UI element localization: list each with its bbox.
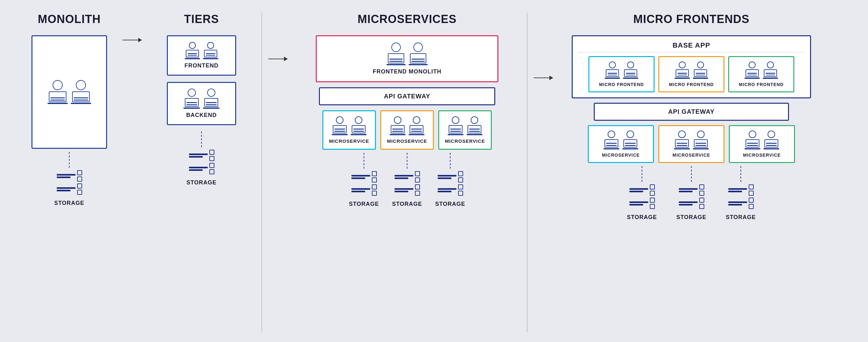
tiers-storage-icon xyxy=(186,147,217,177)
mfe-storage-label-2: STORAGE xyxy=(676,214,707,221)
tiers-frontend-label: FRONTEND xyxy=(185,62,218,69)
ms-storage-label-1: STORAGE xyxy=(349,201,379,207)
ms-service-1-box: MICROSERVICE xyxy=(322,110,376,150)
ms-frontend-monolith-box: FRONTEND MONOLITH xyxy=(316,35,498,82)
divider-tiers-micro xyxy=(261,12,262,333)
mfe-dashed-3 xyxy=(741,166,741,182)
mfe-dashed-1 xyxy=(642,166,642,182)
ms-service-1-label: MICROSERVICE xyxy=(329,138,369,144)
monolith-storage-label: STORAGE xyxy=(54,200,84,206)
mfe-frontend-1-icon xyxy=(605,61,638,79)
microservices-title: MICROSERVICES xyxy=(358,12,457,26)
mfe-service-3-label: MICROSERVICE xyxy=(743,152,781,158)
mfe-api-gateway-box: API GATEWAY xyxy=(594,103,789,121)
mfe-service-3-icon xyxy=(745,131,779,149)
mfe-storage-1: STORAGE xyxy=(627,166,657,221)
mfe-base-app-label: BASE APP xyxy=(578,41,805,52)
mfe-service-3-box: MICROSERVICE xyxy=(729,125,795,163)
mfe-storage-3: STORAGE xyxy=(726,166,756,221)
mfe-title: MICRO FRONTENDS xyxy=(633,12,750,26)
tiers-section: TIERS FRONTEND xyxy=(145,12,258,186)
ms-service-1-icon xyxy=(332,116,367,135)
arrow-tiers-to-micro xyxy=(266,57,290,61)
ms-storage-label-2: STORAGE xyxy=(392,201,422,207)
mfe-storage-label-3: STORAGE xyxy=(726,214,756,221)
ms-api-gateway-box: API GATEWAY xyxy=(319,87,495,105)
divider-micro-mfe xyxy=(527,12,528,333)
mfe-frontend-3-box: MICRO FRONTEND xyxy=(728,56,794,92)
mfe-frontends-row: MICRO FRONTEND xyxy=(578,56,805,92)
mfe-frontend-3-label: MICRO FRONTEND xyxy=(739,82,784,87)
arrow-monolith-to-tiers xyxy=(120,38,145,42)
tiers-frontend-users-icon xyxy=(185,42,218,59)
monolith-users-icon xyxy=(48,80,91,104)
mfe-frontend-2-icon xyxy=(675,61,708,79)
ms-service-2-box: MICROSERVICE xyxy=(380,110,434,150)
diagram-container: MONOLITH xyxy=(0,0,868,342)
ms-frontend-monolith-label: FRONTEND MONOLITH xyxy=(373,68,441,75)
ms-service-3-box: MICROSERVICE xyxy=(438,110,492,150)
micro-frontends-section: MICRO FRONTENDS BASE APP xyxy=(556,12,827,221)
tiers-backend-box: BACKEND xyxy=(167,82,236,125)
monolith-box xyxy=(31,35,107,149)
mfe-service-2-label: MICROSERVICE xyxy=(673,152,710,158)
ms-storage-label-3: STORAGE xyxy=(435,201,465,207)
mfe-service-2-box: MICROSERVICE xyxy=(658,125,724,163)
ms-storage-1: STORAGE xyxy=(349,153,379,207)
tiers-title: TIERS xyxy=(184,12,219,26)
mfe-frontend-1-label: MICRO FRONTEND xyxy=(599,82,644,87)
tiers-backend-label: BACKEND xyxy=(186,112,217,118)
monolith-storage-icon xyxy=(54,168,85,197)
mfe-service-2-icon xyxy=(674,131,709,149)
mfe-storage-label-1: STORAGE xyxy=(627,214,657,221)
ms-frontend-users-icon xyxy=(386,42,428,65)
mfe-frontend-3-icon xyxy=(745,61,778,79)
ms-service-3-label: MICROSERVICE xyxy=(445,138,485,144)
monolith-title: MONOLITH xyxy=(38,12,101,26)
mfe-service-1-label: MICROSERVICE xyxy=(602,152,640,158)
mfe-services-row: MICROSERVICE xyxy=(588,125,795,163)
monolith-section: MONOLITH xyxy=(19,12,120,206)
ms-dashed-1 xyxy=(364,153,364,169)
ms-service-2-icon xyxy=(390,116,425,135)
mfe-api-gateway-label: API GATEWAY xyxy=(601,108,782,115)
ms-services-row: MICROSERVICE xyxy=(322,110,492,150)
ms-service-2-label: MICROSERVICE xyxy=(387,138,427,144)
microservices-section: MICROSERVICES xyxy=(290,12,524,207)
tiers-frontend-box: FRONTEND xyxy=(167,35,236,76)
ms-api-gateway-label: API GATEWAY xyxy=(326,93,488,100)
mfe-service-1-icon xyxy=(603,131,638,149)
ms-dashed-3 xyxy=(450,153,451,169)
ms-storage-2: STORAGE xyxy=(392,153,423,207)
tiers-backend-users-icon xyxy=(184,89,219,109)
arrow-micro-to-mfe xyxy=(531,76,556,80)
mfe-storage-2: STORAGE xyxy=(676,166,707,221)
mfe-frontend-1-box: MICRO FRONTEND xyxy=(588,56,655,92)
monolith-dashed-line xyxy=(69,152,69,168)
mfe-frontend-2-label: MICRO FRONTEND xyxy=(669,82,714,87)
mfe-service-1-box: MICROSERVICE xyxy=(588,125,654,163)
mfe-base-app-outer: BASE APP xyxy=(572,35,811,98)
tiers-dashed-line xyxy=(201,132,202,147)
mfe-dashed-2 xyxy=(691,166,692,182)
tiers-storage-label: STORAGE xyxy=(186,179,217,186)
ms-service-3-icon xyxy=(448,116,482,135)
ms-dashed-2 xyxy=(407,153,407,169)
ms-storage-3: STORAGE xyxy=(435,153,466,207)
mfe-frontend-2-box: MICRO FRONTEND xyxy=(658,56,724,92)
